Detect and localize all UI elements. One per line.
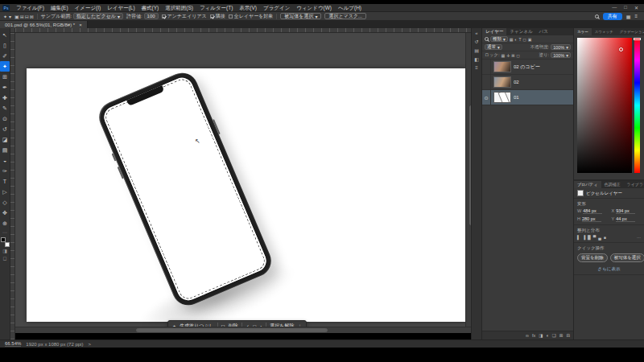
align-center-icon[interactable]: ▐ [583,235,586,240]
blend-mode-select[interactable]: 通常 ▾ [485,44,502,50]
layer-row[interactable]: 02 [482,75,573,90]
align-right-icon[interactable]: █ [588,235,591,240]
layer-style-icon[interactable]: fx [532,333,535,338]
layer-thumbnail[interactable] [493,92,511,103]
select-and-mask-button[interactable]: 選択とマスク... [324,13,366,19]
canvas-area[interactable]: ↖ ✦ 生成塗りつぶし ⊟ 削除 ✓ ◻ ◐ 選択を解除 ⋮ [15,33,471,333]
tab-properties[interactable]: プロパティ [574,181,601,188]
close-tab-icon[interactable]: × [79,23,82,27]
filter-shape-icon[interactable]: ◻ [523,37,526,42]
history-brush-tool[interactable]: ↺ [0,124,10,134]
filter-smart-object-icon[interactable]: ▣ [528,37,532,42]
status-chevron-icon[interactable]: > [88,342,91,347]
eraser-tool[interactable]: ◪ [0,134,10,145]
x-field[interactable]: X 934 px [612,208,642,214]
tab-color[interactable]: カラー [574,28,592,35]
filter-adjustment-icon[interactable]: ◐ [515,37,518,42]
pen-tool[interactable]: ✑ [0,166,10,176]
fill-select[interactable]: 100% ▾ [551,52,571,58]
tab-paths[interactable]: パス [536,28,551,35]
libraries-panel-icon[interactable]: ◧ [474,56,479,62]
brush-tool[interactable]: ✎ [0,103,10,113]
edit-toolbar-icon[interactable]: ⋯ [2,229,7,235]
scrollbar-thumb[interactable] [136,328,328,332]
visibility-toggle[interactable] [482,75,491,89]
menu-type[interactable]: 書式(Y) [138,4,163,12]
layer-thumbnail[interactable] [493,76,511,88]
menu-edit[interactable]: 編集(E) [47,4,72,12]
menu-window[interactable]: ウィンドウ(W) [293,4,335,12]
saturation-brightness-picker[interactable] [577,38,632,173]
opacity-select[interactable]: 100% ▾ [551,44,571,50]
menu-select[interactable]: 選択範囲(S) [162,4,196,12]
info-panel-icon[interactable]: ≡ [475,65,478,70]
align-bottom-icon[interactable]: ■ [604,235,606,240]
zoom-level-field[interactable]: 66.54% [5,341,21,347]
share-button[interactable]: 共有 [603,13,622,20]
workspace-icon[interactable]: ▦ [626,14,631,19]
sample-size-select[interactable]: 指定したピクセル ▾ [73,13,123,19]
menu-help[interactable]: ヘルプ(H) [335,4,365,12]
search-icon[interactable] [485,37,489,41]
color-picker-cursor[interactable] [619,47,623,51]
blur-tool[interactable]: ◒ [0,155,10,166]
align-left-icon[interactable]: ▌ [577,235,580,240]
vertical-scrollbar[interactable] [465,33,471,333]
filter-type-icon[interactable]: T [519,37,522,42]
type-tool[interactable]: T [0,176,10,187]
adjustment-layer-icon[interactable]: ◐ [547,333,549,338]
zoom-tool[interactable]: ⊕ [0,218,10,228]
link-layers-icon[interactable]: ∞ [526,333,529,338]
foreground-color-swatch[interactable] [1,237,6,242]
menu-image[interactable]: イメージ(I) [72,4,105,12]
width-field[interactable]: W 484 px [577,208,607,214]
crop-tool[interactable]: ⊞ [0,72,10,82]
select-subject-button[interactable]: 被写体を選択 ▾ [280,13,321,19]
horizontal-scrollbar[interactable] [15,327,471,333]
healing-brush-tool[interactable]: ✚ [0,93,10,103]
add-selection-icon[interactable]: ⊞ [20,14,24,19]
new-layer-icon[interactable]: ⊞ [559,333,564,338]
menu-file[interactable]: ファイル(F) [13,4,47,12]
tab-channels[interactable]: チャンネル [506,28,535,35]
intersect-selection-icon[interactable]: ⊠ [30,14,34,19]
height-value[interactable]: 280 px [582,216,601,222]
document-tab[interactable]: 001.psd @ 66.5%(01, RGB/8#) * × [0,21,88,28]
tab-gradients[interactable]: グラデーション [617,28,644,35]
quick-mask-icon[interactable]: ◨ [2,248,7,253]
gradient-tool[interactable]: ▤ [0,145,10,155]
marquee-tool[interactable]: ▯ [0,40,10,51]
menu-plugins[interactable]: プラグイン [260,4,293,12]
layer-row[interactable]: 02 のコピー [482,60,573,75]
search-icon[interactable] [595,14,599,19]
tolerance-input[interactable]: 100 [144,13,159,19]
width-value[interactable]: 484 px [583,208,602,214]
gradients-panel-icon[interactable]: ▤ [474,47,479,53]
lock-all-icon[interactable]: ◻ [517,53,520,58]
clone-stamp-tool[interactable]: ⊙ [0,113,10,124]
maximize-button[interactable]: □ [624,5,627,10]
menu-view[interactable]: 表示(V) [236,4,260,12]
shape-tool[interactable]: ◇ [0,197,10,208]
eyedropper-tool[interactable]: ✒ [0,82,10,93]
visibility-toggle[interactable]: ⊙ [482,90,491,105]
new-group-icon[interactable]: ❏ [552,333,556,338]
visibility-toggle[interactable] [482,60,491,74]
layer-row-selected[interactable]: ⊙ 01 [482,90,573,105]
contiguous-checkbox[interactable]: 隣接 [210,13,225,20]
tool-preset-picker[interactable]: ✦ ▾ [3,14,11,19]
layer-thumbnail[interactable] [493,61,511,72]
new-selection-icon[interactable]: ▣ [14,14,19,19]
move-tool[interactable]: ↖ [0,30,10,40]
subtract-selection-icon[interactable]: ⊟ [25,14,29,19]
align-top-icon[interactable]: ▀ [593,235,597,240]
lasso-tool[interactable]: ✐ [0,51,10,61]
remove-background-button[interactable]: 背景を削除 [577,253,608,262]
hue-slider-handle[interactable] [634,38,641,40]
tab-layers[interactable]: レイヤー [482,28,506,35]
menu-filter[interactable]: フィルター(T) [196,4,236,12]
panel-menu-icon[interactable]: ≡ [634,14,638,19]
lock-transparent-icon[interactable]: ▦ [501,53,505,58]
y-value[interactable]: 44 px [616,216,635,222]
path-selection-tool[interactable]: ▷ [0,187,10,197]
